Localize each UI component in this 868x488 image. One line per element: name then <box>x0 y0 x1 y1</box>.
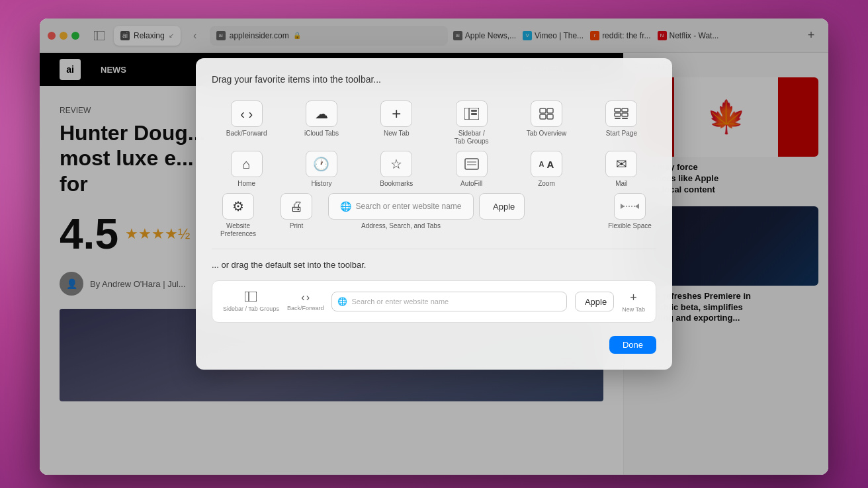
icloud-tabs-label: iCloud Tabs <box>304 130 339 138</box>
toolbar-preview: Sidebar / Tab Groups ‹› Back/Forward 🌐 S… <box>212 280 656 323</box>
new-tab-label: New Tab <box>384 130 410 138</box>
history-icon: 🕐 <box>306 151 337 177</box>
back-forward-icon: ‹ › <box>231 101 263 127</box>
done-button[interactable]: Done <box>609 336 656 354</box>
new-tab-icon: + <box>380 101 412 127</box>
toolbar-item-icloud-tabs[interactable]: ☁ iCloud Tabs <box>286 101 356 145</box>
website-prefs-label: WebsitePreferences <box>220 222 256 238</box>
tab-overview-label: Tab Overview <box>527 130 567 138</box>
toolbar-grid-row2: ⌂ Home 🕐 History ☆ Bookmarks AutoFill <box>212 151 656 188</box>
toolbar-item-tab-overview[interactable]: Tab Overview <box>511 101 581 145</box>
toolbar-item-website-prefs[interactable]: ⚙ WebsitePreferences <box>212 193 265 238</box>
print-label: Print <box>290 222 304 230</box>
tab-overview-icon <box>531 101 562 127</box>
svg-marker-21 <box>635 204 639 209</box>
autofill-icon <box>456 151 488 177</box>
back-forward-label: Back/Forward <box>226 130 267 138</box>
toolbar-item-zoom[interactable]: AA Zoom <box>511 151 581 188</box>
flexible-space-icon <box>614 193 646 220</box>
sidebar-tab-groups-icon <box>456 101 488 127</box>
home-label: Home <box>238 180 255 188</box>
preview-search-bar[interactable]: 🌐 Search or enter website name <box>331 292 566 311</box>
print-icon: 🖨 <box>281 193 312 220</box>
modal-drag-title: Drag your favorite items into the toolba… <box>212 74 656 85</box>
toolbar-item-flexible-space[interactable]: Flexible Space <box>603 193 656 230</box>
toolbar-item-history[interactable]: 🕐 History <box>286 151 356 188</box>
toolbar-item-print[interactable]: 🖨 Print <box>270 193 323 230</box>
modal-footer: Done <box>212 336 656 354</box>
svg-rect-10 <box>615 108 621 112</box>
toolbar-item-mail[interactable]: ✉ Mail <box>587 151 656 188</box>
preview-new-tab-icon: + <box>630 291 637 305</box>
mail-icon: ✉ <box>605 151 637 177</box>
bookmarks-icon: ☆ <box>380 151 412 177</box>
toolbar-item-new-tab[interactable]: + New Tab <box>362 101 431 145</box>
preview-apple-label: Apple <box>585 297 607 307</box>
svg-rect-5 <box>471 113 477 115</box>
home-icon: ⌂ <box>231 151 263 177</box>
preview-new-tab-label: New Tab <box>622 306 645 313</box>
flexible-space-label: Flexible Space <box>608 222 652 230</box>
svg-rect-9 <box>547 114 553 119</box>
start-page-label: Start Page <box>606 130 637 138</box>
search-bar-sublabel: Address, Search, and Tabs <box>361 222 441 230</box>
toolbar-customization-modal: Drag your favorite items into the toolba… <box>196 58 672 370</box>
toolbar-item-back-forward[interactable]: ‹ › Back/Forward <box>212 101 281 145</box>
preview-back-forward[interactable]: ‹› Back/Forward <box>287 292 324 311</box>
drag-default-text: ... or drag the default set into the too… <box>212 260 656 270</box>
autofill-label: AutoFill <box>460 180 482 188</box>
svg-rect-11 <box>622 108 628 112</box>
icloud-tabs-icon: ☁ <box>306 101 337 127</box>
apple-btn-preview-icon: Apple <box>479 193 525 220</box>
preview-new-tab[interactable]: + New Tab <box>622 291 645 313</box>
svg-rect-8 <box>540 114 546 119</box>
svg-rect-6 <box>540 108 546 113</box>
toolbar-grid-row1: ‹ › Back/Forward ☁ iCloud Tabs + New Tab… <box>212 101 656 145</box>
modal-overlay: Drag your favorite items into the toolba… <box>40 19 828 475</box>
modal-divider <box>212 249 656 249</box>
globe-icon: 🌐 <box>340 201 351 212</box>
preview-search-text: Search or enter website name <box>351 298 449 305</box>
svg-rect-14 <box>615 118 621 119</box>
toolbar-item-sidebar-tab-groups[interactable]: Sidebar /Tab Groups <box>437 101 506 145</box>
zoom-icon: AA <box>531 151 562 177</box>
preview-apple-btn[interactable]: Apple <box>575 292 614 311</box>
start-page-icon <box>605 101 637 127</box>
toolbar-item-start-page[interactable]: Start Page <box>587 101 656 145</box>
toolbar-item-home[interactable]: ⌂ Home <box>212 151 281 188</box>
search-bar-preview-icon: 🌐 Search or enter website name <box>328 193 474 220</box>
browser-window: ai Relaxing ↙ ‹ ai appleinsider.com 🔒 ai… <box>40 19 828 475</box>
preview-sidebar-label: Sidebar / Tab Groups <box>223 305 279 312</box>
toolbar-item-search-bar[interactable]: 🌐 Search or enter website name Address, … <box>328 193 474 230</box>
svg-rect-15 <box>622 118 628 119</box>
search-placeholder-text: Search or enter website name <box>355 202 461 211</box>
svg-rect-22 <box>245 292 257 302</box>
preview-back-forward-label: Back/Forward <box>287 305 324 311</box>
apple-btn-label: Apple <box>493 202 515 212</box>
toolbar-grid-row3: ⚙ WebsitePreferences 🖨 Print 🌐 Search or… <box>212 193 656 238</box>
svg-rect-12 <box>615 113 621 116</box>
svg-rect-7 <box>547 108 553 113</box>
preview-sidebar-tab-groups[interactable]: Sidebar / Tab Groups <box>223 292 279 312</box>
website-prefs-icon: ⚙ <box>222 193 254 220</box>
mail-label: Mail <box>615 180 627 188</box>
toolbar-item-apple-btn[interactable]: Apple <box>479 193 525 220</box>
bookmarks-label: Bookmarks <box>380 180 413 188</box>
zoom-label: Zoom <box>538 180 555 188</box>
svg-rect-4 <box>471 110 477 112</box>
svg-marker-20 <box>621 204 625 209</box>
svg-rect-16 <box>465 159 478 169</box>
svg-rect-13 <box>622 113 628 116</box>
toolbar-item-autofill[interactable]: AutoFill <box>437 151 506 188</box>
history-label: History <box>311 180 331 188</box>
toolbar-item-bookmarks[interactable]: ☆ Bookmarks <box>362 151 431 188</box>
preview-sidebar-icon <box>245 292 257 304</box>
sidebar-tab-groups-label: Sidebar /Tab Groups <box>455 130 489 145</box>
preview-back-forward-icon: ‹› <box>301 292 310 304</box>
preview-globe-icon: 🌐 <box>337 297 347 306</box>
